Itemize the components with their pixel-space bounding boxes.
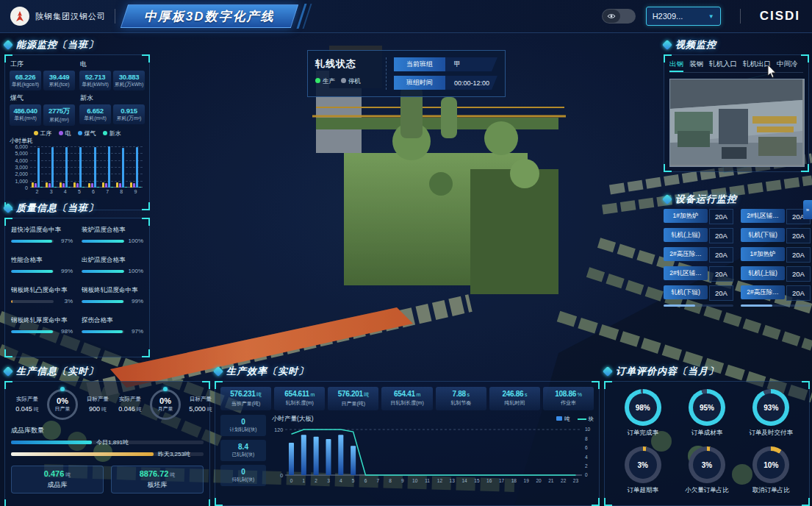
panel-collapse-handle[interactable]: » [803, 200, 812, 219]
chart-legend-item: 块 [578, 416, 594, 423]
svg-text:7: 7 [376, 478, 379, 483]
gauge-right-label: 目标产量 [82, 396, 114, 403]
energy-metric: 30.883累耗(万kWh) [113, 71, 145, 90]
device-value: 20A [786, 285, 811, 301]
video-tab-轧机出口[interactable]: 轧机出口 [743, 60, 771, 69]
device-label: 2#轧区辅… [664, 266, 708, 280]
quality-value: 99% [57, 268, 73, 274]
efficiency-stat: 246.86 s纯轧时间 [489, 387, 540, 410]
company-logo-group: 陕钢集团汉钢公司 [10, 7, 106, 26]
metric-label: 累耗(万m³) [114, 115, 144, 122]
status-dot [315, 78, 320, 83]
status-row-label: 当前班组 [394, 57, 445, 71]
scrollbar-thumb[interactable] [741, 304, 772, 307]
stat-label: 轧制节奏 [436, 399, 486, 407]
quality-value: 97% [127, 328, 143, 335]
quality-item: 探伤合格率97% [82, 316, 143, 335]
quality-value: 3% [57, 298, 73, 304]
quality-label: 探伤合格率 [82, 316, 143, 325]
bar [54, 187, 57, 188]
energy-group: 工序68.226单耗(kgce/t)39.449累耗(tce) [10, 60, 75, 90]
quality-item: 出炉温度合格率100% [82, 256, 143, 274]
order-donut: 3%小欠量订单占比 [675, 446, 739, 495]
x-axis-tick: 2 [30, 189, 44, 194]
line-status-panel: 轧线状态 生产停机 当前班组甲班组时间00:00-12:00 [307, 50, 506, 97]
efficiency-stat: 654.41 m日轧制长度(m) [381, 387, 432, 410]
metric-label: 单耗(m³/t) [80, 115, 110, 122]
stat-value: 576.201 吨 [328, 390, 378, 399]
svg-text:8: 8 [389, 478, 392, 483]
order-donut: 3%订单超期率 [611, 446, 675, 495]
stat-value: 8.4 [221, 443, 265, 451]
progress-fill [11, 240, 52, 243]
scrollbar[interactable] [741, 304, 811, 307]
diamond-icon [662, 194, 672, 204]
ring-center: 0%日产量 [46, 388, 79, 421]
quality-label: 装炉温度合格率 [82, 226, 143, 235]
video-tab-轧机入口[interactable]: 轧机入口 [709, 60, 737, 69]
visibility-toggle[interactable] [602, 9, 636, 24]
energy-group-name: 电 [80, 60, 145, 69]
eye-icon [603, 10, 620, 23]
warehouse-box: 0.476 吨成品库 [11, 466, 104, 493]
svg-text:14: 14 [461, 478, 467, 483]
progress-track [82, 330, 124, 333]
svg-text:13: 13 [450, 478, 456, 483]
status-row-value: 00:00-12:00 [445, 76, 497, 90]
svg-text:16: 16 [486, 478, 492, 483]
quality-label: 钢板终轧凸度命中率 [11, 286, 73, 295]
energy-metric: 39.449累耗(tce) [43, 71, 75, 90]
scrollbar[interactable] [664, 304, 733, 307]
progress-track [82, 270, 124, 273]
energy-group-cells: 52.713单耗(kWh/t)30.883累耗(万kWh) [79, 71, 145, 90]
quality-item: 钢板终轧厚度命中率98% [11, 316, 73, 335]
panel-title: 生产信息〔实时〕 [4, 365, 210, 378]
quality-item: 钢板终轧温度命中率99% [82, 286, 143, 304]
plate-id-dropdown[interactable]: H2309... ▼ [646, 7, 721, 26]
donut-percent: 10% [764, 461, 778, 469]
quality-item: 装炉温度合格率100% [82, 226, 143, 244]
warehouse-value: 8876.72 吨 [140, 469, 176, 479]
gridline [30, 174, 143, 174]
stat-label: 轧制长度(m) [275, 399, 324, 407]
device-cell: 轧机(上辊)20A [741, 266, 811, 282]
video-tab-中间冷[interactable]: 中间冷 [777, 60, 798, 69]
x-axis-tick: 8 [115, 189, 129, 194]
donut-percent: 3% [637, 461, 647, 469]
panel-title-text: 订单评价内容〔当月〕 [616, 365, 719, 378]
line-status-rows: 当前班组甲班组时间00:00-12:00 [394, 57, 497, 90]
metric-value: 39.449 [44, 73, 74, 81]
chart-plot: 6,0005,0004,0003,0002,0001,000023456789 [30, 146, 143, 188]
diamond-icon [662, 40, 672, 50]
energy-hourly-chart: 小时单耗 6,0005,0004,0003,0002,0001,00002345… [10, 138, 145, 196]
svg-text:6: 6 [364, 478, 367, 483]
energy-groups: 工序68.226单耗(kgce/t)39.449累耗(tce)电52.713单耗… [10, 60, 145, 126]
progress-track [11, 240, 54, 243]
order-donut: 98%订单完成率 [611, 389, 675, 438]
gauge-right: 目标产量5,000 吨 [184, 396, 217, 413]
stock-bars: 今日1,891吨昨天3,253吨 [11, 438, 204, 459]
gauge-group: 实际产量0.045 吨0%日产量目标产量900 吨 [11, 388, 114, 421]
gridline [30, 167, 143, 168]
scrollbar-thumb[interactable] [664, 304, 695, 307]
device-value: 20A [786, 228, 811, 243]
gauge-left: 实际产量0.045 吨 [11, 396, 43, 413]
donut-hole: 3% [693, 451, 721, 479]
donut-ring: 10% [752, 446, 789, 483]
stock-title: 成品库数量 [11, 426, 204, 435]
efficiency-side-stats: 0计划轧制(块)8.4已轧制(块)0待轧制(块) [220, 415, 266, 488]
x-axis-tick: 4 [58, 189, 72, 194]
gauge-right-value: 900 吨 [82, 405, 114, 413]
video-tab-装钢[interactable]: 装钢 [689, 60, 703, 69]
progress-track [82, 300, 124, 303]
warehouse-label: 板坯库 [148, 480, 168, 490]
bar [122, 148, 124, 188]
metric-value: 52.713 [80, 73, 110, 81]
bar [119, 183, 121, 188]
energy-group-cells: 68.226单耗(kgce/t)39.449累耗(tce) [10, 71, 75, 90]
legend-item: 工序 [34, 129, 52, 138]
bar [125, 187, 127, 188]
stat-value: 654.41 m [382, 390, 431, 398]
bar [32, 182, 34, 188]
donut-percent: 3% [702, 461, 712, 469]
